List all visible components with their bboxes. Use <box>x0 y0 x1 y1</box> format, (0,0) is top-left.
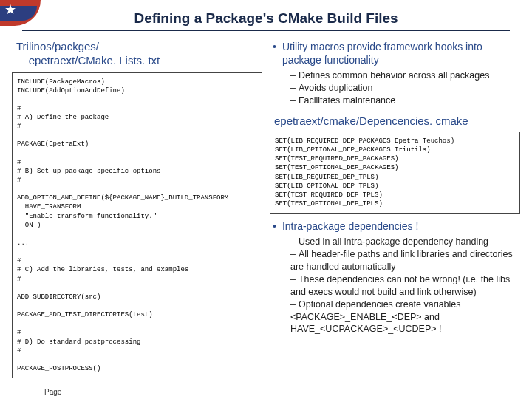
code-block-dependencies: SET(LIB_REQUIRED_DEP_PACKAGES Epetra Teu… <box>270 132 520 214</box>
sub-facilitates: –Facilitates maintenance <box>290 95 520 107</box>
logo-corner: ★ <box>0 0 44 30</box>
right-file-path: epetraext/cmake/Depencencies. cmake <box>274 115 520 127</box>
code-block-cmakelists: INCLUDE(PackageMacros) INCLUDE(AddOption… <box>12 72 262 379</box>
sub-defines: –Defines common behavior across all pack… <box>290 69 520 82</box>
bullet-text: Utility macros provide framework hooks i… <box>282 40 520 66</box>
sub-avoids: –Avoids duplication <box>290 82 520 95</box>
star-icon: ★ <box>4 1 16 18</box>
bullet-intra-package: •Intra-package dependencies ! <box>273 219 520 233</box>
title-rule <box>22 30 510 31</box>
sub-optional-deps: –Optional dependencies create variables … <box>290 299 520 336</box>
sub-header-paths: –All header-file paths and link librarie… <box>290 248 520 273</box>
bullet-utility-macros: •Utility macros provide framework hooks … <box>273 40 520 66</box>
sub-used-in-all: –Used in all intra-package dependency ha… <box>290 236 520 248</box>
sub-cannot-be-wrong: –These dependencies can not be wrong! (i… <box>290 273 520 299</box>
footer-page: Page <box>44 388 61 396</box>
slide-title: Defining a Package's CMake Build Files <box>0 0 532 30</box>
left-file-path: Trilinos/packges/ epetraext/CMake. Lists… <box>16 40 262 68</box>
bullet-text-2: Intra-package dependencies ! <box>282 219 418 233</box>
